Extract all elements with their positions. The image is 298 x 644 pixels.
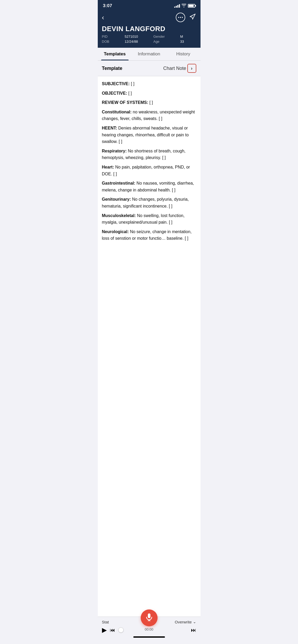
more-options-button[interactable]: [176, 13, 185, 22]
play-button[interactable]: ▶: [102, 626, 107, 634]
status-time: 3:07: [103, 3, 112, 8]
ros-section: REVIEW OF SYSTEMS: [ ]: [102, 99, 196, 106]
gi-label: Gastrointestinal:: [102, 181, 135, 185]
tab-information[interactable]: Information: [132, 48, 166, 60]
gu-label: Genitourinary:: [102, 197, 131, 201]
objective-label: OBJECTIVE:: [102, 91, 127, 95]
age-label: Age: [153, 40, 177, 44]
subjective-section: SUBJECTIVE: [ ]: [102, 80, 196, 87]
tab-history[interactable]: History: [166, 48, 201, 60]
wifi-icon: [182, 4, 186, 8]
chart-note-button[interactable]: ›: [187, 64, 196, 73]
pid-label: PID: [102, 35, 122, 39]
header-nav: ‹: [102, 13, 196, 22]
neuro-label: Neurological:: [102, 229, 129, 234]
patient-name: DEVIN LANGFORD: [102, 25, 196, 33]
gastrointestinal-section: Gastrointestinal: No nausea, vomiting, d…: [102, 180, 196, 193]
overwrite-chevron-icon: ⌄: [193, 619, 196, 624]
heent-section: HEENT: Denies abnormal headache, visual …: [102, 125, 196, 145]
overwrite-button[interactable]: Overwrite ⌄: [175, 619, 196, 624]
playback-scrubber[interactable]: [118, 627, 124, 633]
playback-controls: ▶ ⏮: [102, 626, 124, 634]
heart-section: Heart: No pain, palpitation, orthopnea, …: [102, 164, 196, 177]
home-indicator: [133, 636, 165, 638]
rewind-button[interactable]: ⏮: [110, 627, 115, 633]
objective-text: [ ]: [127, 91, 132, 95]
gender-value: M: [180, 35, 196, 39]
subjective-label: SUBJECTIVE:: [102, 81, 130, 86]
neurological-section: Neurological: No seizure, change in ment…: [102, 228, 196, 242]
chart-note-section: Chart Note ›: [163, 64, 196, 73]
signal-icon: [174, 4, 180, 8]
gender-label: Gender: [153, 35, 177, 39]
mic-wrapper: 00:00: [141, 609, 158, 631]
back-button[interactable]: ‹: [102, 13, 106, 22]
patient-header: ‹ DEVIN LANGFORD PID 5271010 Gender M DO…: [98, 11, 201, 48]
chart-note-text: Chart Note: [163, 66, 186, 71]
template-label: Template: [102, 66, 123, 71]
stat-label: Stat: [102, 620, 109, 624]
objective-section: OBJECTIVE: [ ]: [102, 90, 196, 97]
status-icons: [174, 4, 195, 8]
heent-label: HEENT:: [102, 126, 117, 130]
patient-meta: PID 5271010 Gender M DOB 12/24/88 Age 33: [102, 35, 196, 44]
chevron-right-icon: ›: [191, 66, 193, 71]
heart-text: No pain, palpitation, orthopnea, PND, or…: [102, 165, 190, 176]
ros-label: REVIEW OF SYSTEMS:: [102, 100, 148, 105]
template-header: Template Chart Note ›: [98, 61, 201, 76]
svg-rect-0: [148, 613, 150, 618]
mic-button[interactable]: [141, 609, 158, 626]
respiratory-section: Respiratory: No shortness of breath, cou…: [102, 148, 196, 161]
send-button[interactable]: [189, 13, 196, 22]
genitourinary-section: Genitourinary: No changes, polyuria, dys…: [102, 196, 196, 209]
constitutional-label: Constitutional:: [102, 110, 132, 114]
header-actions: [176, 13, 196, 22]
dob-value: 12/24/88: [125, 40, 150, 44]
bottom-bar: 00:00 Stat Overwrite ⌄ ▶ ⏮ ⏭: [98, 617, 201, 644]
msk-label: Musculoskeletal:: [102, 213, 136, 218]
pid-value: 5271010: [125, 35, 150, 39]
constitutional-section: Constitutional: no weakness, unexpected …: [102, 109, 196, 122]
status-bar: 3:07: [98, 0, 201, 11]
ros-text: [ ]: [148, 100, 153, 105]
note-content: SUBJECTIVE: [ ] OBJECTIVE: [ ] REVIEW OF…: [98, 76, 201, 617]
tab-templates[interactable]: Templates: [98, 48, 132, 60]
subjective-text: [ ]: [130, 81, 134, 86]
heart-label: Heart:: [102, 165, 114, 169]
respiratory-label: Respiratory:: [102, 149, 127, 153]
musculoskeletal-section: Musculoskeletal: No swelling, lost funct…: [102, 212, 196, 226]
mic-icon: [146, 613, 153, 623]
age-value: 33: [180, 40, 196, 44]
fast-forward-button[interactable]: ⏭: [191, 627, 196, 633]
tab-bar: Templates Information History: [98, 48, 201, 61]
overwrite-label: Overwrite: [175, 620, 192, 624]
timer-display: 00:00: [145, 627, 153, 631]
more-dots-icon: [178, 17, 183, 18]
battery-icon: [188, 4, 195, 8]
dob-label: DOB: [102, 40, 122, 44]
